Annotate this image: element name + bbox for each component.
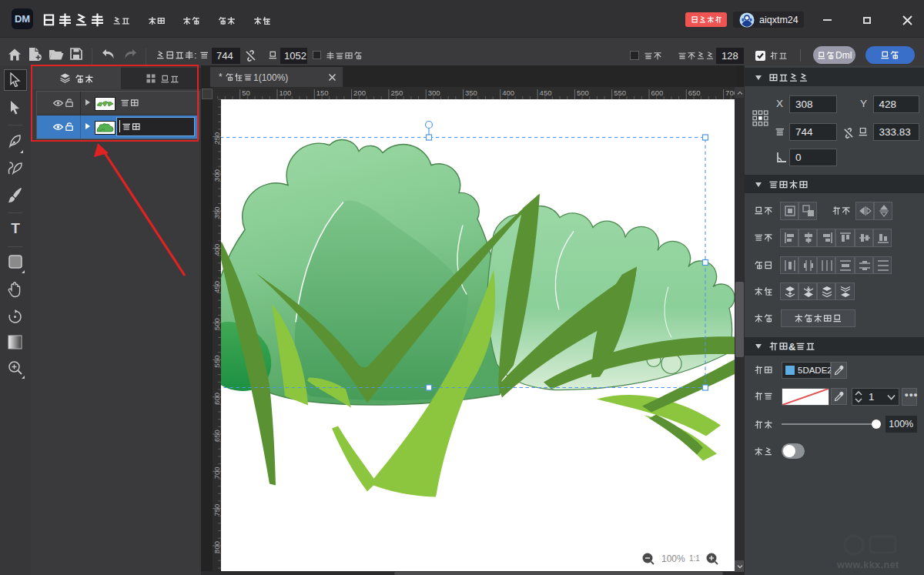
svg-text:400: 400: [502, 89, 514, 97]
svg-text:100%: 100%: [661, 553, 685, 564]
svg-text:600: 600: [213, 393, 221, 405]
svg-text:150: 150: [316, 89, 329, 97]
svg-text:1:1: 1:1: [689, 554, 700, 563]
svg-text:700: 700: [213, 466, 221, 479]
svg-text:250: 250: [390, 89, 403, 97]
svg-text:300: 300: [428, 89, 440, 97]
svg-text:650: 650: [213, 430, 221, 442]
svg-text:450: 450: [213, 281, 221, 293]
svg-text:550: 550: [614, 89, 626, 97]
svg-text:100: 100: [280, 89, 292, 97]
svg-text:700: 700: [725, 89, 735, 97]
svg-text:400: 400: [213, 244, 221, 256]
svg-text:350: 350: [465, 89, 477, 97]
svg-text:600: 600: [651, 89, 664, 97]
svg-text:200: 200: [353, 89, 366, 97]
svg-text:350: 350: [213, 206, 221, 219]
svg-text:650: 650: [688, 89, 701, 97]
svg-text:800: 800: [213, 541, 221, 553]
svg-text:750: 750: [213, 504, 221, 516]
svg-text:500: 500: [577, 89, 589, 97]
svg-text:500: 500: [213, 318, 221, 330]
svg-text:250: 250: [213, 132, 221, 145]
svg-text:300: 300: [213, 169, 221, 182]
svg-text:450: 450: [540, 89, 552, 97]
svg-text:550: 550: [213, 356, 221, 368]
svg-text:50: 50: [242, 89, 250, 97]
